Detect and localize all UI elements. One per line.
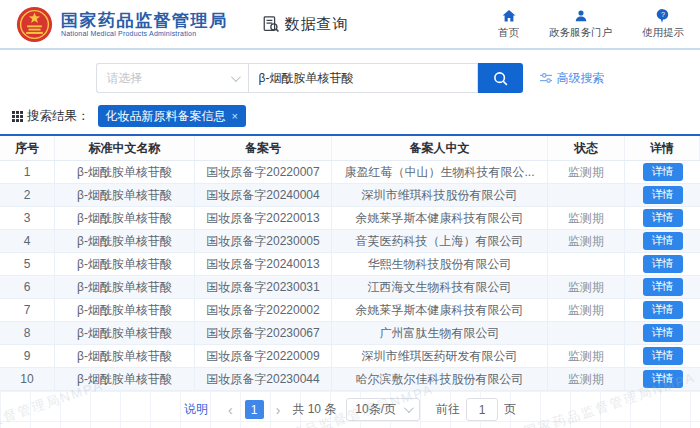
detail-button[interactable]: 详情 (643, 232, 683, 250)
cell-status: 监测期 (548, 161, 625, 183)
column-header-regno: 备案号 (195, 136, 332, 160)
table-row: 3β-烟酰胺单核苷酸国妆原备字20220013余姚莱孚斯本健康科技有限公司监测期… (0, 207, 700, 230)
prev-page-button[interactable]: ‹ (226, 402, 235, 418)
chevron-down-icon (230, 72, 240, 82)
nav-item-home[interactable]: 首页 (498, 8, 519, 40)
cell-filer: 深圳市维琪科技股份有限公司 (332, 184, 548, 206)
cell-status (548, 253, 625, 275)
cell-detail: 详情 (625, 299, 700, 321)
detail-button[interactable]: 详情 (643, 209, 683, 227)
cell-status: 监测期 (548, 368, 625, 390)
cell-no: 7 (0, 299, 55, 321)
category-select-placeholder: 请选择 (107, 70, 143, 87)
detail-button[interactable]: 详情 (643, 255, 683, 273)
column-header-status: 状态 (548, 136, 625, 160)
table-row: 10β-烟酰胺单核苷酸国妆原备字20230044哈尔滨敷尔佳科技股份有限公司监测… (0, 368, 700, 391)
cell-regno: 国妆原备字20220009 (195, 345, 332, 367)
detail-button[interactable]: 详情 (643, 301, 683, 319)
cell-filer: 广州富肽生物有限公司 (332, 322, 548, 344)
cell-detail: 详情 (625, 161, 700, 183)
cell-filer: 音芙医药科技（上海）有限公司 (332, 230, 548, 252)
module-title: 数据查询 (262, 15, 349, 34)
nav-label: 政务服务门户 (549, 26, 612, 40)
filter-tag[interactable]: 化妆品新原料备案信息 × (98, 105, 246, 127)
cell-regno: 国妆原备字20230005 (195, 230, 332, 252)
cell-regno: 国妆原备字20240013 (195, 253, 332, 275)
table-row: 7β-烟酰胺单核苷酸国妆原备字20220002余姚莱孚斯本健康科技有限公司监测期… (0, 299, 700, 322)
filter-sliders-icon (539, 72, 553, 84)
table-row: 5β-烟酰胺单核苷酸国妆原备字20240013华熙生物科技股份有限公司详情 (0, 253, 700, 276)
cell-no: 3 (0, 207, 55, 229)
current-page-button[interactable]: 1 (245, 400, 264, 419)
category-select[interactable]: 请选择 (96, 63, 248, 93)
goto-page-input[interactable] (466, 398, 498, 421)
table-row: 1β-烟酰胺单核苷酸国妆原备字20220007康盈红莓（中山）生物科技有限公..… (0, 161, 700, 184)
cell-no: 8 (0, 322, 55, 344)
cell-detail: 详情 (625, 276, 700, 298)
cell-no: 6 (0, 276, 55, 298)
note-link[interactable]: 说明 (184, 401, 208, 418)
detail-button[interactable]: 详情 (643, 347, 683, 365)
advanced-search-label: 高级搜索 (557, 70, 605, 87)
data-query-icon (262, 15, 280, 33)
table-row: 2β-烟酰胺单核苷酸国妆原备字20240004深圳市维琪科技股份有限公司详情 (0, 184, 700, 207)
search-input[interactable] (248, 63, 478, 93)
cell-filer: 深圳市维琪医药研发有限公司 (332, 345, 548, 367)
next-page-button[interactable]: › (274, 402, 283, 418)
cell-status: 监测期 (548, 230, 625, 252)
cell-status: 监测期 (548, 207, 625, 229)
column-header-name: 标准中文名称 (55, 136, 195, 160)
cell-detail: 详情 (625, 184, 700, 206)
national-emblem-icon (16, 6, 53, 43)
total-count: 共 10 条 (292, 401, 336, 418)
detail-button[interactable]: 详情 (643, 278, 683, 296)
cell-name: β-烟酰胺单核苷酸 (55, 184, 195, 206)
advanced-search-link[interactable]: 高级搜索 (539, 70, 605, 87)
results-table: 序号 标准中文名称 备案号 备案人中文 状态 详情 1β-烟酰胺单核苷酸国妆原备… (0, 136, 700, 391)
cell-detail: 详情 (625, 345, 700, 367)
table-row: 8β-烟酰胺单核苷酸国妆原备字20230067广州富肽生物有限公司详情 (0, 322, 700, 345)
cell-name: β-烟酰胺单核苷酸 (55, 161, 195, 183)
goto-label-suffix: 页 (504, 401, 516, 418)
nav-item-service-portal[interactable]: 政务服务门户 (549, 8, 612, 40)
table-row: 6β-烟酰胺单核苷酸国妆原备字20230031江西海文生物科技有限公司监测期详情 (0, 276, 700, 299)
cell-regno: 国妆原备字20240004 (195, 184, 332, 206)
svg-text:?: ? (661, 10, 665, 19)
cell-no: 2 (0, 184, 55, 206)
cell-detail: 详情 (625, 207, 700, 229)
module-title-label: 数据查询 (285, 15, 349, 34)
close-icon[interactable]: × (232, 110, 238, 122)
cell-no: 4 (0, 230, 55, 252)
cell-status: 监测期 (548, 299, 625, 321)
nav-item-usage-tips[interactable]: ? 使用提示 (642, 8, 684, 40)
cell-filer: 康盈红莓（中山）生物科技有限公... (332, 161, 548, 183)
goto-label: 前往 (436, 401, 460, 418)
table-row: 9β-烟酰胺单核苷酸国妆原备字20220009深圳市维琪医药研发有限公司监测期详… (0, 345, 700, 368)
results-bar: 搜索结果： 化妆品新原料备案信息 × (0, 98, 700, 134)
cell-name: β-烟酰胺单核苷酸 (55, 276, 195, 298)
detail-button[interactable]: 详情 (643, 370, 683, 388)
cell-regno: 国妆原备字20220007 (195, 161, 332, 183)
cell-filer: 江西海文生物科技有限公司 (332, 276, 548, 298)
cell-status (548, 322, 625, 344)
detail-button[interactable]: 详情 (643, 163, 683, 181)
cell-name: β-烟酰胺单核苷酸 (55, 299, 195, 321)
column-header-no: 序号 (0, 136, 55, 160)
cell-name: β-烟酰胺单核苷酸 (55, 253, 195, 275)
page-size-select[interactable]: 10条/页 (346, 398, 420, 421)
cell-detail: 详情 (625, 230, 700, 252)
org-name: 国家药品监督管理局 (61, 11, 228, 31)
detail-button[interactable]: 详情 (643, 186, 683, 204)
cell-regno: 国妆原备字20230031 (195, 276, 332, 298)
help-balloon-icon: ? (655, 8, 671, 24)
nav-label: 使用提示 (642, 26, 684, 40)
cell-no: 9 (0, 345, 55, 367)
detail-button[interactable]: 详情 (643, 324, 683, 342)
table-header: 序号 标准中文名称 备案号 备案人中文 状态 详情 (0, 136, 700, 161)
search-button[interactable] (478, 63, 523, 93)
search-bar: 请选择 高级搜索 (0, 50, 700, 98)
cell-filer: 华熙生物科技股份有限公司 (332, 253, 548, 275)
cell-filer: 余姚莱孚斯本健康科技有限公司 (332, 207, 548, 229)
cell-filer: 哈尔滨敷尔佳科技股份有限公司 (332, 368, 548, 390)
column-header-detail: 详情 (625, 136, 700, 160)
